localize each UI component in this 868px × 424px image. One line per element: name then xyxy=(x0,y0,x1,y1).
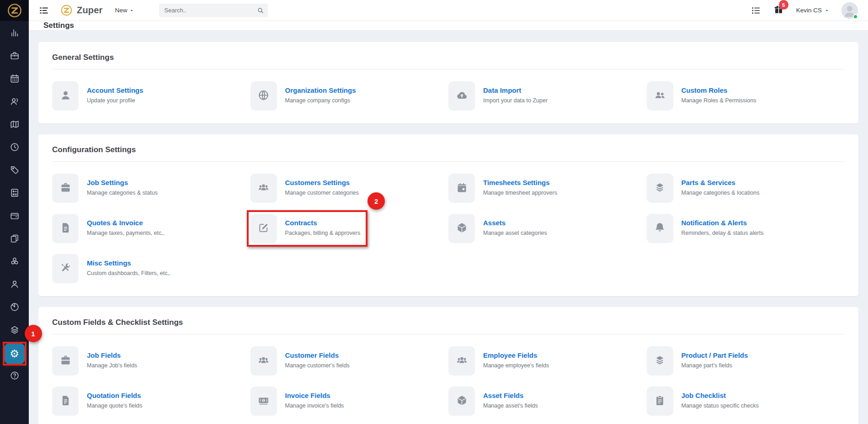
settings-item: Product / Part Fields Manage part's fiel… xyxy=(647,346,845,376)
clock-icon xyxy=(10,142,20,154)
settings-item-title: Quotes & Invoice xyxy=(87,219,165,227)
settings-item: Misc Settings Custom dashboards, Filters… xyxy=(52,254,250,283)
sidebar-item-jobs[interactable] xyxy=(5,47,25,67)
sidebar-item-help[interactable] xyxy=(5,366,25,387)
user-menu[interactable]: Kevin CS xyxy=(796,7,829,14)
sidebar-item-settings[interactable]: ⚙︎ 1 xyxy=(5,344,25,364)
settings-link[interactable]: Job Checklist Manage status specific che… xyxy=(647,387,759,416)
sidebar-item-dispatch-board[interactable] xyxy=(5,69,25,90)
settings-item: Employee Fields Manage employee's fields xyxy=(448,346,647,376)
settings-link[interactable]: Custom Roles Manage Roles & Permissions xyxy=(647,81,756,111)
document-icon xyxy=(59,222,72,236)
group-icon xyxy=(456,354,468,368)
settings-link[interactable]: Customer Fields Manage customer's fields xyxy=(250,346,350,376)
online-status-dot xyxy=(853,14,858,19)
settings-link[interactable]: Quotation Fields Manage quote's fields xyxy=(52,387,142,416)
app-logo[interactable] xyxy=(0,0,29,21)
sidebar-item-timesheets[interactable] xyxy=(5,138,25,158)
user-voice-icon xyxy=(10,96,20,108)
zuper-logo-icon xyxy=(7,3,22,18)
annotation-step-badge: 1 xyxy=(25,325,42,342)
layers-icon xyxy=(654,354,666,368)
section-title: General Settings xyxy=(52,53,845,69)
settings-item: Job Fields Manage Job's fields xyxy=(52,346,250,376)
sidebar-item-estimates[interactable] xyxy=(5,184,25,204)
calendar-icon xyxy=(456,181,468,196)
settings-item: Timesheets Settings Manage timesheet app… xyxy=(448,174,647,203)
sidebar-item-parts[interactable] xyxy=(5,321,25,341)
sidebar-item-reports[interactable] xyxy=(5,298,25,318)
tag-icon xyxy=(10,165,20,177)
settings-item: Organization Settings Manage company con… xyxy=(250,81,449,111)
whats-new-button[interactable]: 5 xyxy=(773,4,784,16)
bar-chart-icon xyxy=(10,28,20,40)
settings-sections: General Settings Account Settings Update… xyxy=(29,31,868,424)
settings-link[interactable]: Contracts Packages, billing & approvers … xyxy=(250,214,361,243)
caret-down-icon xyxy=(825,8,829,13)
settings-item: Invoice Fields Manage invoice's fields xyxy=(250,387,449,416)
settings-link[interactable]: Notification & Alerts Reminders, delay &… xyxy=(647,214,764,243)
settings-link[interactable]: Job Settings Manage categories & status xyxy=(52,174,158,203)
settings-link[interactable]: Account Settings Update your profile xyxy=(52,81,143,111)
settings-item-subtitle: Manage customer categories xyxy=(285,190,359,196)
settings-link[interactable]: Timesheets Settings Manage timesheet app… xyxy=(448,174,557,203)
calendar-outline-icon xyxy=(10,74,20,85)
settings-item-subtitle: Manage status specific checks xyxy=(682,403,759,409)
settings-item: Custom Roles Manage Roles & Permissions xyxy=(647,81,845,111)
settings-link[interactable]: Asset Fields Manage asset's fields xyxy=(448,387,538,416)
settings-link[interactable]: Parts & Services Manage categories & loc… xyxy=(647,174,760,203)
section-title: Configuration Settings xyxy=(52,145,845,162)
settings-item-title: Parts & Services xyxy=(682,179,760,186)
wallet-icon xyxy=(10,211,20,223)
calculator-icon xyxy=(10,188,20,200)
cube-icon xyxy=(456,394,468,408)
sidebar-item-invoices[interactable] xyxy=(5,207,25,227)
settings-item-title: Custom Roles xyxy=(682,86,756,94)
settings-item-subtitle: Manage Roles & Permissions xyxy=(682,97,756,104)
settings-item-title: Customers Settings xyxy=(285,179,359,186)
briefcase-icon xyxy=(59,181,72,196)
zuper-logo-icon xyxy=(60,4,73,16)
settings-link[interactable]: Invoice Fields Manage invoice's fields xyxy=(250,387,344,416)
pages-icon xyxy=(10,233,20,245)
settings-link[interactable]: Assets Manage asset categories xyxy=(448,214,547,243)
settings-link[interactable]: Employee Fields Manage employee's fields xyxy=(448,346,549,376)
settings-link[interactable]: Misc Settings Custom dashboards, Filters… xyxy=(52,254,170,283)
settings-link[interactable]: Product / Part Fields Manage part's fiel… xyxy=(647,346,748,376)
sidebar-item-assets[interactable] xyxy=(5,252,25,272)
settings-item-subtitle: Manage quote's fields xyxy=(87,403,142,409)
section-general-settings: General Settings Account Settings Update… xyxy=(38,42,858,123)
sidebar-item-customers[interactable] xyxy=(5,92,25,112)
settings-item: Asset Fields Manage asset's fields xyxy=(448,387,647,416)
menu-toggle-icon[interactable] xyxy=(38,5,49,16)
search-input[interactable] xyxy=(165,7,257,14)
brand[interactable]: Zuper xyxy=(60,4,103,16)
sidebar-item-dashboard[interactable] xyxy=(5,24,25,44)
sidebar-item-documents[interactable] xyxy=(5,229,25,249)
sidebar-item-service-map[interactable] xyxy=(5,115,25,135)
settings-item: Data Import Import your data to Zuper xyxy=(448,81,647,111)
settings-item-subtitle: Manage asset categories xyxy=(483,230,547,236)
group-icon xyxy=(257,354,270,368)
new-menu-button[interactable]: New xyxy=(115,7,134,14)
settings-item: Job Checklist Manage status specific che… xyxy=(647,387,845,416)
sidebar-item-tags[interactable] xyxy=(5,161,25,181)
gear-icon: ⚙︎ xyxy=(10,349,19,359)
clipboard-icon xyxy=(654,394,666,408)
settings-link[interactable]: Customers Settings Manage customer categ… xyxy=(250,174,359,203)
settings-item: Parts & Services Manage categories & loc… xyxy=(647,174,845,203)
sidebar-item-teams[interactable] xyxy=(5,275,25,295)
list-icon[interactable] xyxy=(751,5,761,16)
settings-item-title: Timesheets Settings xyxy=(483,179,557,186)
settings-link[interactable]: Organization Settings Manage company con… xyxy=(250,81,356,111)
settings-link[interactable]: Job Fields Manage Job's fields xyxy=(52,346,137,376)
settings-item: Customers Settings Manage customer categ… xyxy=(250,174,449,203)
settings-item-title: Employee Fields xyxy=(483,351,549,359)
caret-down-icon xyxy=(129,8,134,13)
settings-link[interactable]: Data Import Import your data to Zuper xyxy=(448,81,548,111)
avatar[interactable] xyxy=(841,2,858,19)
settings-item-subtitle: Manage Job's fields xyxy=(87,362,137,369)
settings-item-title: Job Settings xyxy=(87,179,158,186)
settings-link[interactable]: Quotes & Invoice Manage taxes, payments,… xyxy=(52,214,165,243)
annotation-step-badge: 2 xyxy=(367,192,385,210)
